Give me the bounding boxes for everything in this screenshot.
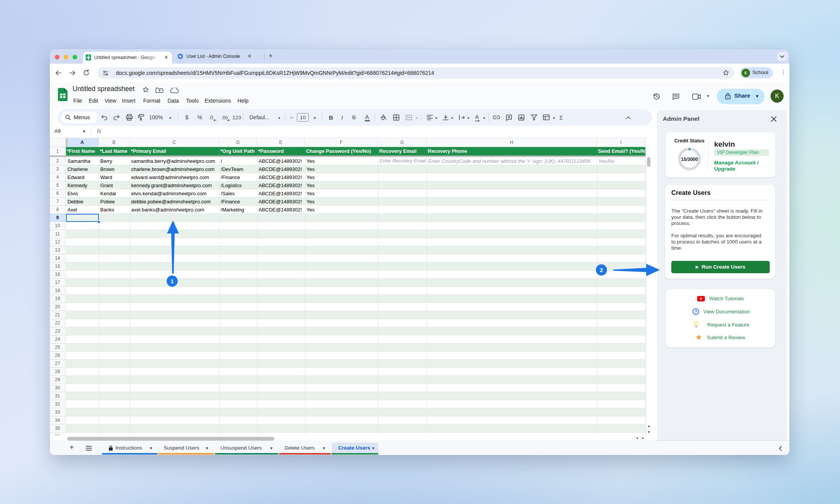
svg-text:15/3000: 15/3000	[681, 157, 698, 162]
svg-text:?: ?	[694, 310, 697, 314]
